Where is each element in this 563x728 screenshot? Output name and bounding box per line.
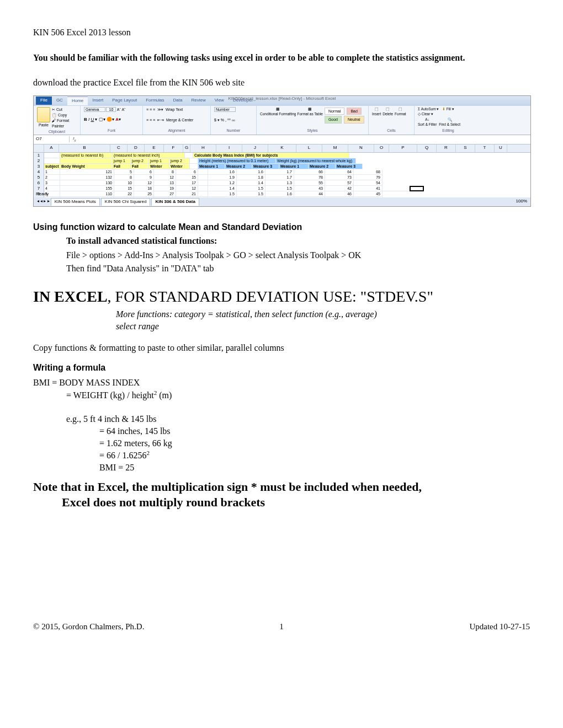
page-header: KIN 506 Excel 2013 lesson — [33, 26, 530, 39]
sheet-tab-3[interactable]: KIN 306 & 506 Data — [151, 198, 199, 206]
status-ready: Ready — [36, 191, 49, 197]
copy-functions-line: Copy functions & formatting to paste to … — [33, 342, 530, 354]
insert-button[interactable]: ⬚Insert — [372, 107, 381, 117]
bmi-example-4: BMI = 25 — [99, 462, 530, 474]
footer-copyright: © 2015, Gordon Chalmers, Ph.D. — [33, 621, 144, 632]
delete-button[interactable]: ⬚Delete — [383, 107, 393, 117]
paste-button[interactable]: Paste — [37, 107, 50, 129]
tab-home[interactable]: Home — [67, 97, 88, 105]
style-neutral[interactable]: Neutral — [344, 116, 364, 123]
col-header[interactable]: U — [495, 144, 507, 152]
tab-file[interactable]: File — [36, 97, 52, 105]
conditional-formatting-button[interactable]: ▦Conditional Formatting — [260, 107, 296, 124]
page-footer: © 2015, Gordon Chalmers, Ph.D. 1 Updated… — [33, 621, 530, 632]
sheet-tab-2[interactable]: KIN 506 Chi Squared — [101, 198, 151, 206]
tab-gc[interactable]: GC — [52, 97, 67, 105]
ribbon-number: Number $ ▾ % , ⁰⁰ ₀₀ Number — [211, 106, 257, 135]
font-family[interactable]: Geneva — [84, 107, 105, 112]
col-header[interactable]: E — [145, 144, 164, 152]
number-format[interactable]: Number — [214, 107, 236, 112]
ribbon-cells: ⬚Insert ⬚Delete ⬚Format Cells — [369, 106, 415, 135]
status-bar: ◂ ◂ ▸ ▸ KIN 506 Means Plots KIN 506 Chi … — [34, 197, 530, 206]
download-instruction: download the practice Excel file from th… — [33, 77, 530, 89]
multiplication-note: Note that in Excel, the multiplication s… — [33, 479, 530, 511]
bmi-example-3: = 66 / 1.62562 — [99, 449, 530, 462]
install-step2: Then find "Data Analysis" in "DATA" tab — [66, 263, 530, 275]
fx-icon[interactable]: fx — [70, 136, 79, 143]
font-size[interactable]: 10 — [106, 107, 116, 112]
intro-paragraph: You should be familiar with the followin… — [33, 52, 530, 64]
bmi-example-1: = 64 inches, 145 lbs — [99, 425, 530, 437]
bmi-example-intro: e.g., 5 ft 4 inch & 145 lbs — [66, 413, 530, 425]
tab-formulas[interactable]: Formulas — [141, 97, 168, 105]
col-header[interactable]: J — [242, 144, 268, 152]
bmi-definition-1: BMI = BODY MASS INDEX — [33, 377, 530, 389]
col-header[interactable]: F — [164, 144, 183, 152]
format-as-table-button[interactable]: ▦Format as Table — [297, 107, 322, 124]
col-header[interactable]: G — [183, 144, 190, 152]
style-bad[interactable]: Bad — [347, 108, 361, 115]
tab-insert[interactable]: Insert — [88, 97, 108, 105]
excel-screenshot: KIN506excel_lesson.xlsx [Read-Only] - Mi… — [33, 95, 531, 207]
install-step1: File > options > Add-Ins > Analysis Tool… — [66, 249, 530, 261]
ribbon-alignment: ≡ ≡ ≡ ≫▾ Wrap Text ≡ ≡ ≡ ⇤⇥ Merge & Cent… — [143, 106, 211, 135]
excel-window-title: KIN506excel_lesson.xlsx [Read-Only] - Mi… — [228, 96, 336, 102]
col-header[interactable]: Q — [417, 144, 437, 152]
section-writing-formula-title: Writing a formula — [33, 362, 530, 374]
install-subtitle: To install advanced statistical function… — [66, 235, 530, 247]
bmi-example-2: = 1.62 meters, 66 kg — [99, 437, 530, 449]
col-header[interactable]: I — [216, 144, 242, 152]
format-button[interactable]: ⬚Format — [395, 107, 406, 117]
col-header[interactable]: P — [389, 144, 417, 152]
name-box[interactable]: O7 — [34, 136, 70, 142]
column-headers: ABCDEFGHIJKLMNOPQRSTU — [34, 144, 530, 153]
style-normal[interactable]: Normal — [325, 108, 345, 115]
sort-filter-button[interactable]: A↓Sort & Filter — [418, 117, 437, 127]
footer-updated: Updated 10-27-15 — [469, 621, 530, 632]
format-painter-button[interactable]: 🖌 Format Painter — [52, 118, 77, 129]
zoom-level[interactable]: 100% — [516, 199, 527, 205]
style-good[interactable]: Good — [325, 116, 342, 123]
tab-data[interactable]: Data — [169, 97, 187, 105]
merge-center-button[interactable]: Merge & Center — [166, 118, 193, 122]
footer-page-number: 1 — [279, 621, 284, 632]
bmi-definition-2: = WEIGHT (kg) / height2 (m) — [66, 389, 530, 402]
cut-button[interactable]: ✂ Cut — [52, 107, 77, 113]
ribbon-clipboard: Paste ✂ Cut 📋 Copy 🖌 Format Painter Clip… — [34, 106, 81, 135]
formula-bar: O7 fx — [34, 135, 530, 144]
find-select-button[interactable]: 🔍Find & Select — [439, 117, 460, 127]
tab-view[interactable]: View — [210, 97, 229, 105]
more-functions-note: More functions: category = statistical, … — [116, 308, 530, 320]
col-header[interactable]: C — [110, 144, 128, 152]
col-header[interactable]: H — [190, 144, 216, 152]
col-header[interactable]: O — [374, 144, 389, 152]
col-header[interactable]: T — [475, 144, 495, 152]
ribbon-styles: ▦Conditional Formatting ▦Format as Table… — [257, 106, 369, 135]
col-header[interactable]: A — [44, 144, 59, 152]
autosum-button[interactable]: AutoSum — [421, 107, 436, 111]
col-header[interactable]: K — [268, 144, 296, 152]
col-header[interactable]: S — [456, 144, 475, 152]
select-range-note: select range — [116, 320, 530, 333]
col-header[interactable]: N — [348, 144, 374, 152]
col-header[interactable]: L — [296, 144, 322, 152]
tab-pagelayout[interactable]: Page Layout — [108, 97, 141, 105]
stdev-title: IN EXCEL, FOR STANDARD DEVIATION USE: "S… — [33, 286, 530, 307]
excel-ribbon: Paste ✂ Cut 📋 Copy 🖌 Format Painter Clip… — [34, 106, 530, 135]
spreadsheet-grid[interactable]: ABCDEFGHIJKLMNOPQRSTU 1(measured to near… — [34, 144, 530, 199]
wrap-text-button[interactable]: Wrap Text — [166, 108, 183, 111]
tab-review[interactable]: Review — [187, 97, 210, 105]
col-header[interactable]: R — [437, 144, 456, 152]
section-function-wizard-title: Using function wizard to calculate Mean … — [33, 221, 530, 233]
ribbon-editing: Σ AutoSum ▾ ⬇ Fill ▾ ◇ Clear ▾ A↓Sort & … — [415, 106, 482, 135]
col-header[interactable]: B — [59, 144, 110, 152]
col-header[interactable]: M — [322, 144, 348, 152]
copy-button[interactable]: 📋 Copy — [52, 113, 77, 118]
col-header[interactable]: D — [128, 144, 145, 152]
sheet-tab-1[interactable]: KIN 506 Means Plots — [51, 198, 100, 206]
col-header[interactable] — [34, 144, 44, 152]
ribbon-font: Geneva 10 Aˆ Aˇ B I U ▾ ▢▾ 🟠▾ A▾ Font — [81, 106, 143, 135]
